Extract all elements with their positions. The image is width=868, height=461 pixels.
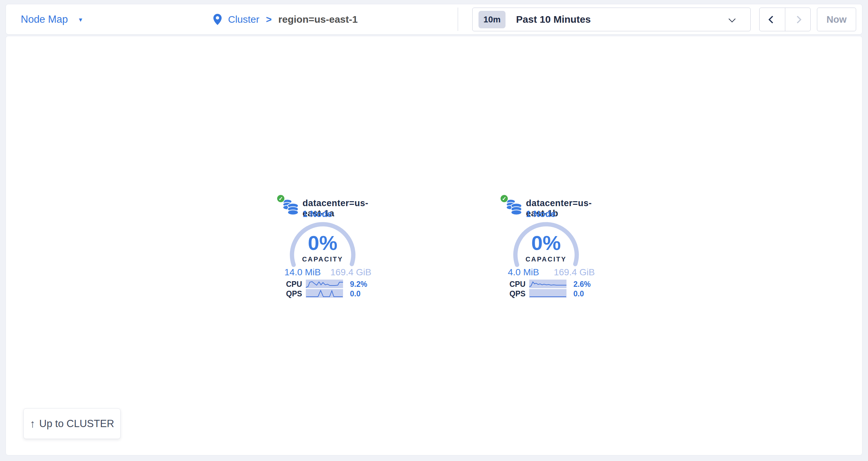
datacenter-node-count[interactable]: 1 Node <box>526 209 556 219</box>
header-bar: Node Map ▼ Cluster > region=us-east-1 10… <box>6 4 862 35</box>
capacity-label: CAPACITY <box>513 256 579 263</box>
chevron-right-icon <box>794 15 802 23</box>
time-step-back-button[interactable] <box>760 8 785 31</box>
database-stack-icon <box>506 198 522 216</box>
node-map-canvas: ✓ datacenter=us-east-1a 1 Node 0% CAPACI… <box>6 36 862 455</box>
location-pin-icon <box>213 13 222 25</box>
storage-used: 4.0 MiB <box>508 267 539 277</box>
up-arrow-icon: ↑ <box>30 418 36 430</box>
chevron-down-icon <box>728 15 736 22</box>
database-stack-icon <box>282 198 299 216</box>
time-step-forward-button[interactable] <box>785 8 811 31</box>
breadcrumb-separator: > <box>266 14 272 25</box>
qps-metric-row: QPS 0.0 <box>509 289 602 298</box>
time-step-group <box>759 7 811 31</box>
cpu-value: 9.2% <box>350 280 367 289</box>
datacenter-card[interactable]: ✓ datacenter=us-east-1a 1 Node 0% CAPACI… <box>275 191 387 305</box>
storage-total: 169.4 GiB <box>330 267 371 277</box>
cpu-label: CPU <box>509 280 526 289</box>
breadcrumb-current: region=us-east-1 <box>278 14 358 25</box>
cpu-sparkline-path <box>306 282 343 288</box>
view-selector-dropdown[interactable]: Node Map ▼ <box>21 4 83 34</box>
cpu-sparkline-chart <box>306 279 343 288</box>
capacity-percentage: 0% <box>290 232 355 254</box>
time-range-dropdown[interactable]: 10m Past 10 Minutes <box>472 7 751 31</box>
capacity-percentage: 0% <box>513 232 579 254</box>
qps-sparkline-path <box>306 290 343 297</box>
qps-sparkline-chart <box>306 289 343 298</box>
storage-total: 169.4 GiB <box>554 267 595 277</box>
qps-value: 0.0 <box>574 290 584 298</box>
cpu-metric-row: CPU 2.6% <box>509 279 602 288</box>
cpu-sparkline-chart <box>529 279 566 288</box>
breadcrumb-cluster-link[interactable]: Cluster <box>228 14 259 25</box>
healthy-check-icon: ✓ <box>500 194 508 203</box>
qps-metric-row: QPS 0.0 <box>286 289 378 298</box>
up-to-cluster-label: Up to CLUSTER <box>39 418 114 430</box>
storage-row: 14.0 MiB 169.4 GiB <box>284 267 371 277</box>
header-divider <box>458 7 458 31</box>
capacity-label: CAPACITY <box>290 256 355 263</box>
now-button[interactable]: Now <box>817 7 856 31</box>
time-range-label: Past 10 Minutes <box>516 14 591 25</box>
datacenter-node-count[interactable]: 1 Node <box>303 209 332 219</box>
caret-down-icon: ▼ <box>78 15 83 23</box>
time-range-badge: 10m <box>478 11 505 28</box>
qps-label: QPS <box>509 290 526 298</box>
datacenter-card[interactable]: ✓ datacenter=us-east-1b 1 Node 0% CAPACI… <box>498 191 610 305</box>
up-to-cluster-button[interactable]: ↑ Up to CLUSTER <box>23 408 121 439</box>
view-selector-label: Node Map <box>21 13 68 25</box>
healthy-check-icon: ✓ <box>277 194 285 203</box>
qps-label: QPS <box>286 290 302 298</box>
qps-value: 0.0 <box>350 290 361 298</box>
storage-row: 4.0 MiB 169.4 GiB <box>508 267 595 277</box>
chevron-left-icon <box>768 15 776 23</box>
cpu-value: 2.6% <box>574 280 591 289</box>
qps-sparkline-chart <box>529 289 566 298</box>
storage-used: 14.0 MiB <box>284 267 321 277</box>
cpu-metric-row: CPU 9.2% <box>286 279 378 288</box>
breadcrumb: Cluster > region=us-east-1 <box>213 4 358 34</box>
cpu-label: CPU <box>286 280 302 289</box>
cpu-sparkline-path <box>529 282 566 287</box>
